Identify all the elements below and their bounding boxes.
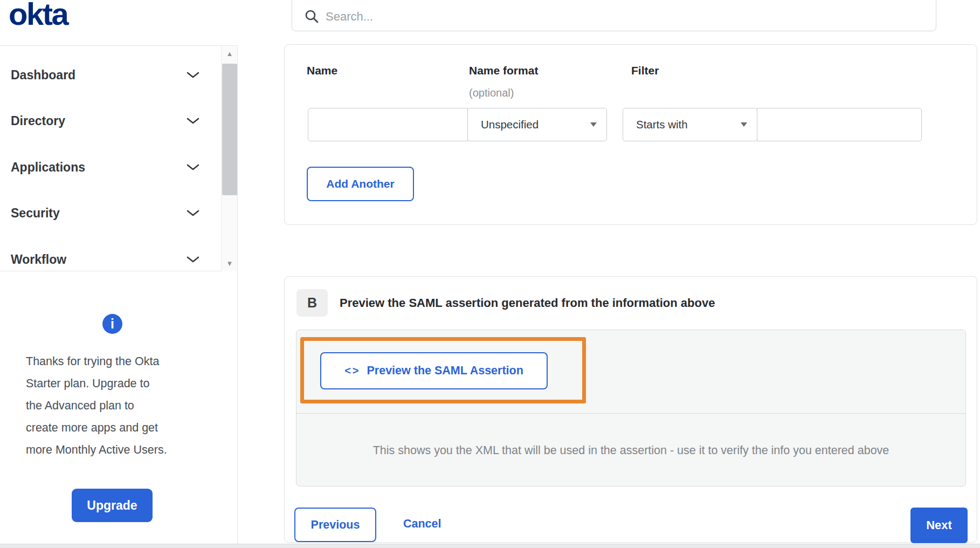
name-column-label: Name xyxy=(307,64,337,77)
sidebar-item-directory[interactable]: Directory xyxy=(11,109,199,133)
upgrade-button[interactable]: Upgrade xyxy=(72,489,153,522)
next-button[interactable]: Next xyxy=(910,508,968,543)
chevron-down-icon xyxy=(187,164,199,171)
preview-button-label: Preview the SAML Assertion xyxy=(367,364,523,378)
dropdown-caret-icon xyxy=(741,122,747,127)
preview-assertion-card: B Preview the SAML assertion generated f… xyxy=(284,276,977,543)
sidebar-nav: Dashboard Directory Applications Securit… xyxy=(0,45,237,271)
code-brackets-icon: <> xyxy=(344,365,360,377)
chevron-down-icon xyxy=(187,118,199,125)
search-icon xyxy=(305,9,319,24)
add-another-button[interactable]: Add Another xyxy=(307,167,414,201)
page-bottom-edge xyxy=(0,544,980,548)
sidebar-item-label: Dashboard xyxy=(11,68,75,83)
scroll-up-arrow-icon[interactable]: ▲ xyxy=(222,47,238,60)
filter-value-input[interactable] xyxy=(757,108,922,141)
cancel-link[interactable]: Cancel xyxy=(403,517,441,531)
preview-panel: <> Preview the SAML Assertion This shows… xyxy=(296,330,966,487)
section-b-badge: B xyxy=(296,289,328,317)
filter-operator-selected-value: Starts with xyxy=(636,118,688,131)
sidebar-right-divider xyxy=(237,45,238,544)
trial-promo-text: Thanks for trying the Okta Starter plan.… xyxy=(26,351,204,461)
promo-line: create more apps and get xyxy=(26,417,204,439)
promo-line: Starter plan. Upgrade to xyxy=(26,373,204,395)
search-input[interactable] xyxy=(326,10,865,24)
chevron-down-icon xyxy=(187,210,199,217)
section-heading: Preview the SAML assertion generated fro… xyxy=(340,296,715,310)
sidebar-item-label: Security xyxy=(11,206,60,221)
attribute-name-input[interactable] xyxy=(308,108,468,141)
preview-saml-assertion-button[interactable]: <> Preview the SAML Assertion xyxy=(320,352,548,389)
sidebar-item-label: Directory xyxy=(11,114,65,128)
name-format-optional-note: (optional) xyxy=(469,87,514,99)
attribute-statements-card: Name Name format (optional) Filter Unspe… xyxy=(284,44,977,225)
preview-help-text: This shows you the XML that will be used… xyxy=(296,414,965,487)
promo-line: the Advanced plan to xyxy=(26,395,204,417)
global-search-bar[interactable] xyxy=(292,0,936,31)
sidebar-item-label: Applications xyxy=(11,160,85,175)
filter-operator-select[interactable]: Starts with xyxy=(623,108,757,141)
sidebar-item-security[interactable]: Security xyxy=(11,201,199,225)
sidebar-item-label: Workflow xyxy=(11,252,66,267)
sidebar-scrollbar[interactable]: ▲ ▼ xyxy=(221,46,237,271)
okta-logo[interactable]: okta xyxy=(9,0,67,32)
scrollbar-thumb[interactable] xyxy=(222,64,237,195)
chevron-down-icon xyxy=(187,72,199,79)
chevron-down-icon xyxy=(187,256,199,263)
previous-button[interactable]: Previous xyxy=(294,508,376,542)
scroll-down-arrow-icon[interactable]: ▼ xyxy=(222,257,238,270)
promo-line: Thanks for trying the Okta xyxy=(26,351,204,373)
dropdown-caret-icon xyxy=(590,122,597,127)
sidebar-item-dashboard[interactable]: Dashboard xyxy=(11,63,199,87)
sidebar-item-applications[interactable]: Applications xyxy=(11,155,199,179)
sidebar-item-workflow[interactable]: Workflow xyxy=(11,248,199,271)
name-format-column-label: Name format xyxy=(469,64,538,77)
info-icon: i xyxy=(102,314,122,334)
name-format-selected-value: Unspecified xyxy=(481,118,539,131)
filter-column-label: Filter xyxy=(631,64,659,77)
name-format-select[interactable]: Unspecified xyxy=(467,108,607,141)
promo-line: more Monthly Active Users. xyxy=(26,439,204,461)
